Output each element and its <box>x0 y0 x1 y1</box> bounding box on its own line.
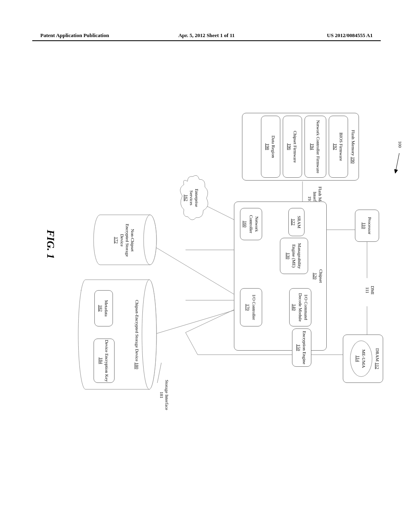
svg-marker-19 <box>394 169 398 173</box>
dram-title: DRAM 112 <box>375 348 380 369</box>
bios-firmware-block: BIOS Firmware 192 <box>329 116 348 178</box>
dmi-label: DMI111 <box>365 278 375 302</box>
data-region-block: Data Region 198 <box>261 116 280 178</box>
chipset-title: Chipset120 <box>312 269 324 283</box>
header-left: Patent Application Publication <box>40 32 151 39</box>
non-chipset-encrypted-storage-label: Non-Chipset Encrypted Storage Device172 <box>114 219 135 261</box>
enterprise-services-label: Enterprise Services162 <box>183 184 199 212</box>
storage-interface-181-label: Storage Interface181 <box>159 375 169 415</box>
flash-memory-block: Flash Memory 190 BIOS Firmware 192 Netwo… <box>242 113 359 181</box>
svg-line-4 <box>186 332 198 355</box>
network-controller-block: Network Controller 160 <box>240 208 262 240</box>
diagram-ref-label: 100 <box>397 141 403 148</box>
sram-block: SRAM 122 <box>288 208 305 236</box>
me-uma-block: ME-UMA 114 <box>350 341 372 377</box>
non-chipset-encrypted-storage-cylinder: Non-Chipset Encrypted Storage Device172 <box>93 214 157 266</box>
figure-label: FIG. 1 <box>44 230 56 259</box>
svg-point-23 <box>142 280 156 389</box>
encryption-engine-block: Encryption Engine 150 <box>292 328 311 367</box>
network-controller-firmware-block: Network Controller Firmware 194 <box>305 116 326 178</box>
io-controller-block: I/O Controller 170 <box>240 288 262 326</box>
metadata-block: Metadata 182 <box>94 290 113 326</box>
dram-block: DRAM 112 ME-UMA 114 <box>343 335 383 383</box>
page-header: Patent Application Publication Apr. 5, 2… <box>0 32 413 39</box>
chipset-encrypted-storage-label: Chipset-Encrypted Storage Device 180 <box>134 294 140 375</box>
processor-block: Processor 110 <box>355 210 379 242</box>
header-right: US 2012/0084555 A1 <box>262 32 373 39</box>
chipset-encrypted-storage-cylinder: Chipset-Encrypted Storage Device 180 Met… <box>77 278 157 391</box>
svg-line-12 <box>153 246 234 294</box>
enterprise-services-cloud: Enterprise Services162 <box>177 173 210 222</box>
manageability-engine-block: Manageability Engine (ME) 130 <box>280 238 308 274</box>
flash-memory-title: Flash Memory 190 <box>350 116 356 178</box>
header-center: Apr. 5, 2012 Sheet 1 of 11 <box>151 32 262 39</box>
device-encryption-key-block: Device Encryption Key 184 <box>94 339 115 383</box>
io-command-decode-block: I/O Command Decode Module 140 <box>289 288 311 326</box>
chipset-firmware-block: Chipset Firmware 196 <box>283 116 302 178</box>
header-divider <box>32 40 381 41</box>
svg-point-21 <box>144 215 156 265</box>
system-diagram: 100 Flash Memory 190 BIOS Firmware 192 N… <box>0 109 407 443</box>
svg-line-18 <box>395 153 399 173</box>
svg-line-13 <box>153 310 234 335</box>
